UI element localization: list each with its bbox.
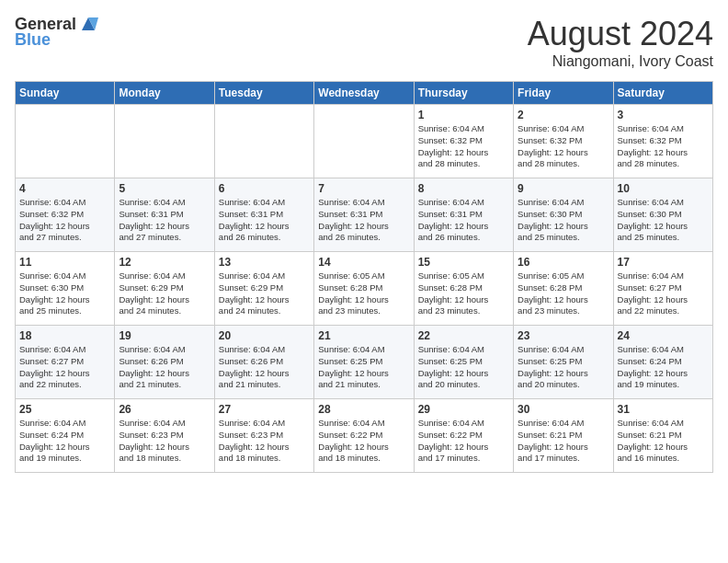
calendar-cell: 28Sunrise: 6:04 AM Sunset: 6:22 PM Dayli… (314, 399, 414, 473)
day-number: 23 (518, 329, 609, 342)
title-block: August 2024 Niangomani, Ivory Coast (528, 15, 713, 70)
day-number: 5 (119, 182, 210, 195)
day-info: Sunrise: 6:04 AM Sunset: 6:32 PM Dayligh… (618, 123, 709, 170)
day-info: Sunrise: 6:04 AM Sunset: 6:24 PM Dayligh… (618, 344, 709, 391)
day-number: 25 (19, 403, 110, 416)
day-number: 1 (418, 109, 509, 121)
calendar-cell: 2Sunrise: 6:04 AM Sunset: 6:32 PM Daylig… (514, 105, 613, 178)
calendar-cell: 17Sunrise: 6:04 AM Sunset: 6:27 PM Dayli… (613, 252, 712, 326)
day-number: 2 (518, 109, 609, 121)
day-number: 28 (318, 403, 409, 416)
day-info: Sunrise: 6:04 AM Sunset: 6:25 PM Dayligh… (418, 344, 509, 391)
calendar-cell: 22Sunrise: 6:04 AM Sunset: 6:25 PM Dayli… (414, 326, 513, 399)
calendar-cell: 7Sunrise: 6:04 AM Sunset: 6:31 PM Daylig… (314, 178, 414, 252)
calendar-cell: 1Sunrise: 6:04 AM Sunset: 6:32 PM Daylig… (414, 105, 513, 178)
day-number: 18 (19, 329, 110, 342)
calendar-cell: 14Sunrise: 6:05 AM Sunset: 6:28 PM Dayli… (314, 252, 414, 326)
calendar-cell: 9Sunrise: 6:04 AM Sunset: 6:30 PM Daylig… (514, 178, 613, 252)
calendar-cell: 15Sunrise: 6:05 AM Sunset: 6:28 PM Dayli… (414, 252, 513, 326)
calendar-cell: 18Sunrise: 6:04 AM Sunset: 6:27 PM Dayli… (16, 326, 115, 399)
logo-blue: Blue (15, 30, 51, 50)
calendar-cell (115, 105, 214, 178)
weekday-header-friday: Friday (514, 82, 613, 105)
calendar-cell: 5Sunrise: 6:04 AM Sunset: 6:31 PM Daylig… (115, 178, 214, 252)
day-info: Sunrise: 6:04 AM Sunset: 6:23 PM Dayligh… (219, 418, 310, 465)
day-number: 14 (318, 256, 409, 269)
day-info: Sunrise: 6:04 AM Sunset: 6:30 PM Dayligh… (518, 197, 609, 244)
day-info: Sunrise: 6:04 AM Sunset: 6:26 PM Dayligh… (119, 344, 210, 391)
day-info: Sunrise: 6:04 AM Sunset: 6:32 PM Dayligh… (518, 123, 609, 170)
day-number: 29 (418, 403, 509, 416)
day-info: Sunrise: 6:04 AM Sunset: 6:29 PM Dayligh… (219, 270, 310, 317)
calendar-week-5: 25Sunrise: 6:04 AM Sunset: 6:24 PM Dayli… (16, 399, 713, 473)
day-info: Sunrise: 6:04 AM Sunset: 6:21 PM Dayligh… (518, 418, 609, 465)
calendar-cell: 21Sunrise: 6:04 AM Sunset: 6:25 PM Dayli… (314, 326, 414, 399)
weekday-header-thursday: Thursday (414, 82, 513, 105)
calendar-cell: 10Sunrise: 6:04 AM Sunset: 6:30 PM Dayli… (613, 178, 712, 252)
day-number: 30 (518, 403, 609, 416)
weekday-header-saturday: Saturday (613, 82, 712, 105)
logo-icon (78, 14, 98, 34)
day-number: 8 (418, 182, 509, 195)
day-info: Sunrise: 6:04 AM Sunset: 6:29 PM Dayligh… (119, 270, 210, 317)
calendar-cell: 3Sunrise: 6:04 AM Sunset: 6:32 PM Daylig… (613, 105, 712, 178)
day-info: Sunrise: 6:04 AM Sunset: 6:32 PM Dayligh… (418, 123, 509, 170)
day-info: Sunrise: 6:04 AM Sunset: 6:30 PM Dayligh… (19, 270, 110, 317)
calendar-week-3: 11Sunrise: 6:04 AM Sunset: 6:30 PM Dayli… (16, 252, 713, 326)
day-number: 4 (19, 182, 110, 195)
calendar-cell: 29Sunrise: 6:04 AM Sunset: 6:22 PM Dayli… (414, 399, 513, 473)
day-number: 15 (418, 256, 509, 269)
day-info: Sunrise: 6:04 AM Sunset: 6:22 PM Dayligh… (318, 418, 409, 465)
day-info: Sunrise: 6:04 AM Sunset: 6:23 PM Dayligh… (119, 418, 210, 465)
calendar-cell: 27Sunrise: 6:04 AM Sunset: 6:23 PM Dayli… (214, 399, 313, 473)
day-info: Sunrise: 6:05 AM Sunset: 6:28 PM Dayligh… (418, 270, 509, 317)
calendar-cell: 12Sunrise: 6:04 AM Sunset: 6:29 PM Dayli… (115, 252, 214, 326)
day-number: 16 (518, 256, 609, 269)
day-info: Sunrise: 6:04 AM Sunset: 6:32 PM Dayligh… (19, 197, 110, 244)
calendar-cell: 19Sunrise: 6:04 AM Sunset: 6:26 PM Dayli… (115, 326, 214, 399)
day-number: 13 (219, 256, 310, 269)
day-number: 12 (119, 256, 210, 269)
day-info: Sunrise: 6:04 AM Sunset: 6:26 PM Dayligh… (219, 344, 310, 391)
calendar-cell: 16Sunrise: 6:05 AM Sunset: 6:28 PM Dayli… (514, 252, 613, 326)
calendar-cell (214, 105, 313, 178)
calendar-table: SundayMondayTuesdayWednesdayThursdayFrid… (15, 81, 713, 473)
day-info: Sunrise: 6:04 AM Sunset: 6:31 PM Dayligh… (318, 197, 409, 244)
day-number: 27 (219, 403, 310, 416)
weekday-header-wednesday: Wednesday (314, 82, 414, 105)
day-number: 11 (19, 256, 110, 269)
day-number: 7 (318, 182, 409, 195)
calendar-cell: 31Sunrise: 6:04 AM Sunset: 6:21 PM Dayli… (613, 399, 712, 473)
calendar-cell: 6Sunrise: 6:04 AM Sunset: 6:31 PM Daylig… (214, 178, 313, 252)
day-info: Sunrise: 6:04 AM Sunset: 6:31 PM Dayligh… (418, 197, 509, 244)
calendar-cell: 23Sunrise: 6:04 AM Sunset: 6:25 PM Dayli… (514, 326, 613, 399)
day-number: 26 (119, 403, 210, 416)
day-info: Sunrise: 6:05 AM Sunset: 6:28 PM Dayligh… (318, 270, 409, 317)
calendar-week-2: 4Sunrise: 6:04 AM Sunset: 6:32 PM Daylig… (16, 178, 713, 252)
day-number: 24 (618, 329, 709, 342)
page-header: General Blue August 2024 Niangomani, Ivo… (15, 15, 713, 70)
day-info: Sunrise: 6:04 AM Sunset: 6:30 PM Dayligh… (618, 197, 709, 244)
day-info: Sunrise: 6:04 AM Sunset: 6:31 PM Dayligh… (119, 197, 210, 244)
calendar-cell: 13Sunrise: 6:04 AM Sunset: 6:29 PM Dayli… (214, 252, 313, 326)
calendar-cell (16, 105, 115, 178)
day-number: 3 (618, 109, 709, 121)
weekday-header-sunday: Sunday (16, 82, 115, 105)
calendar-cell: 26Sunrise: 6:04 AM Sunset: 6:23 PM Dayli… (115, 399, 214, 473)
day-info: Sunrise: 6:04 AM Sunset: 6:24 PM Dayligh… (19, 418, 110, 465)
calendar-cell: 24Sunrise: 6:04 AM Sunset: 6:24 PM Dayli… (613, 326, 712, 399)
day-info: Sunrise: 6:04 AM Sunset: 6:21 PM Dayligh… (618, 418, 709, 465)
day-info: Sunrise: 6:04 AM Sunset: 6:31 PM Dayligh… (219, 197, 310, 244)
location-title: Niangomani, Ivory Coast (528, 53, 713, 70)
logo: General Blue (15, 15, 98, 50)
day-number: 22 (418, 329, 509, 342)
calendar-cell: 30Sunrise: 6:04 AM Sunset: 6:21 PM Dayli… (514, 399, 613, 473)
day-number: 9 (518, 182, 609, 195)
day-info: Sunrise: 6:04 AM Sunset: 6:25 PM Dayligh… (318, 344, 409, 391)
calendar-cell: 11Sunrise: 6:04 AM Sunset: 6:30 PM Dayli… (16, 252, 115, 326)
calendar-cell (314, 105, 414, 178)
day-info: Sunrise: 6:04 AM Sunset: 6:22 PM Dayligh… (418, 418, 509, 465)
day-number: 31 (618, 403, 709, 416)
day-number: 20 (219, 329, 310, 342)
day-info: Sunrise: 6:04 AM Sunset: 6:27 PM Dayligh… (618, 270, 709, 317)
